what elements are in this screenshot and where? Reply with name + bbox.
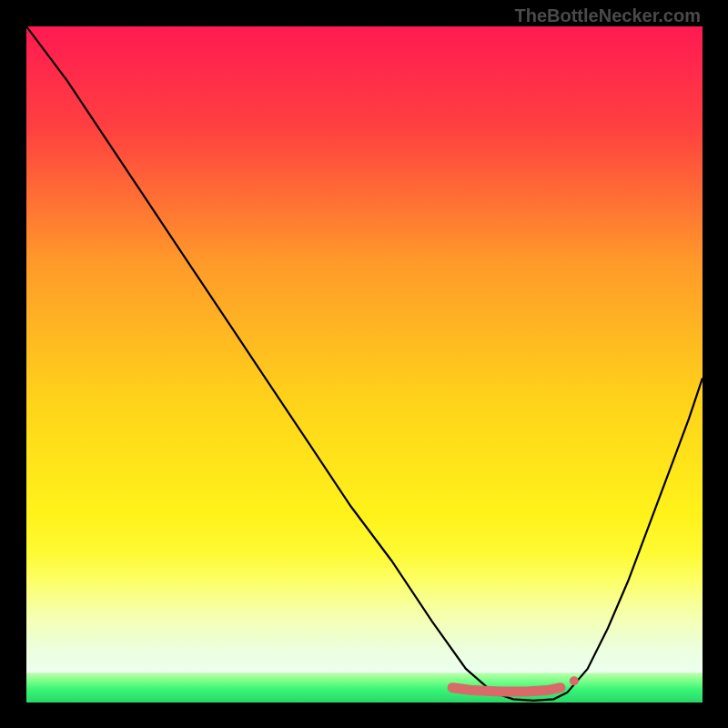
curve-layer bbox=[26, 26, 703, 703]
optimal-marker bbox=[452, 688, 561, 692]
attribution-text: TheBottleNecker.com bbox=[514, 5, 701, 26]
plot-area bbox=[26, 26, 703, 703]
optimal-dot-icon bbox=[570, 676, 579, 685]
chart-container: TheBottleNecker.com bbox=[0, 0, 728, 728]
bottleneck-curve bbox=[26, 26, 703, 701]
